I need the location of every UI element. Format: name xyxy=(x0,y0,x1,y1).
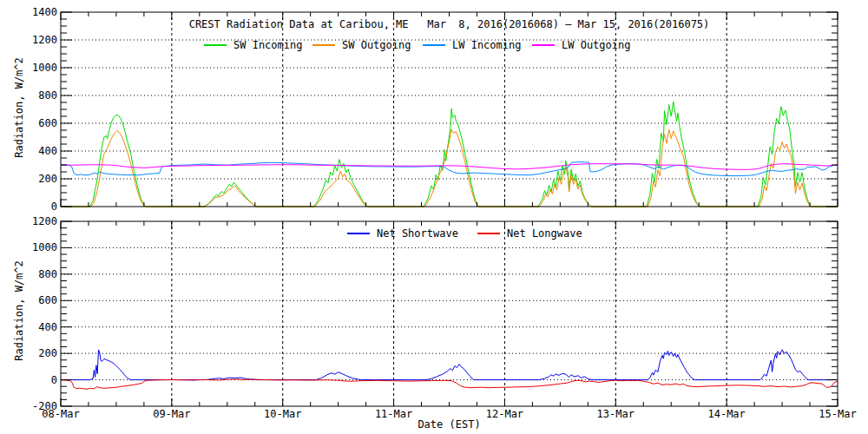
y-tick-label: 0 xyxy=(2,375,57,385)
x-tick-label: 12-Mar xyxy=(478,409,530,419)
series-sw-incoming xyxy=(61,102,838,207)
y-tick-label: 600 xyxy=(2,295,57,306)
y-tick-label: 1000 xyxy=(2,242,57,253)
legend-swatch-sw-outgoing xyxy=(312,44,335,46)
x-tick-label: 14-Mar xyxy=(700,409,753,419)
series-net-longwave xyxy=(61,379,838,389)
legend-label-sw-incoming: SW Incoming xyxy=(233,40,302,50)
plot-canvas xyxy=(0,0,868,434)
legend-swatch-lw-outgoing xyxy=(532,44,555,46)
series-sw-outgoing xyxy=(61,129,838,207)
plot-frame xyxy=(61,12,838,207)
radiation-dashboard: CREST Radiation Data at Caribou, ME Mar … xyxy=(0,0,868,434)
y-tick-label: 1400 xyxy=(2,7,57,17)
x-tick-label: 13-Mar xyxy=(589,409,641,419)
y-tick-label: 1200 xyxy=(2,35,57,45)
y-tick-label: 200 xyxy=(2,174,57,184)
series-net-shortwave xyxy=(61,350,838,380)
x-axis-label: Date (EST) xyxy=(61,419,838,430)
x-tick-label: 10-Mar xyxy=(257,409,309,419)
legend-swatch-net-longwave xyxy=(477,233,500,234)
chart-title: CREST Radiation Data at Caribou, ME Mar … xyxy=(61,19,838,30)
x-tick-label: 15-Mar xyxy=(812,409,864,419)
legend-swatch-sw-incoming xyxy=(204,44,227,46)
y-tick-label: 600 xyxy=(2,118,57,128)
series-lw-outgoing xyxy=(61,164,838,170)
y-tick-label: 0 xyxy=(2,201,57,212)
plot-frame xyxy=(61,221,838,406)
x-tick-label: 09-Mar xyxy=(146,409,198,419)
y-tick-label: 800 xyxy=(2,269,57,279)
y-tick-label: 1000 xyxy=(2,62,57,73)
legend-label-sw-outgoing: SW Outgoing xyxy=(342,40,411,50)
y-tick-label: 1200 xyxy=(2,216,57,227)
y-tick-label: 800 xyxy=(2,90,57,101)
y-tick-label: 400 xyxy=(2,146,57,156)
legend-label-net-shortwave: Net Shortwave xyxy=(377,228,458,239)
legend-label-lw-outgoing: LW Outgoing xyxy=(562,40,630,50)
plot-net-radiation xyxy=(61,221,838,406)
legend-swatch-net-shortwave xyxy=(347,233,370,234)
y-tick-label: 200 xyxy=(2,348,57,358)
x-tick-label: 11-Mar xyxy=(368,409,420,419)
plot-radiation xyxy=(61,12,838,207)
legend-swatch-lw-incoming xyxy=(423,44,445,46)
legend-label-lw-incoming: LW Incoming xyxy=(452,40,521,50)
x-tick-label: 08-Mar xyxy=(35,409,87,419)
y-tick-label: 400 xyxy=(2,322,57,332)
legend-label-net-longwave: Net Longwave xyxy=(507,228,582,239)
